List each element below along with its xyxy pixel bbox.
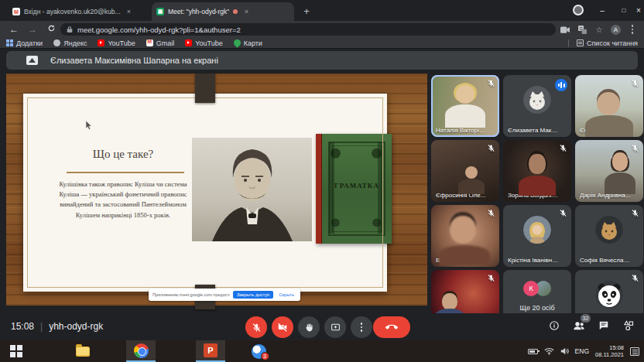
bookmark-youtube[interactable]: YouTube [98,39,135,47]
apps-grid-icon [6,39,13,46]
book-spine [316,134,322,244]
hide-share-bar-button[interactable]: Скрыть [276,291,296,299]
meeting-code: yhh-odyd-rgk [49,321,103,332]
present-screen-icon [26,56,38,65]
chat-button[interactable] [598,319,610,332]
window-close-button[interactable]: × [633,0,644,20]
messenger-taskbar-button[interactable]: 3 [244,340,273,362]
file-explorer-button[interactable] [71,340,94,362]
more-participants-label: Ще 20 осіб [503,304,571,312]
globe-icon [53,39,60,46]
reading-list-button[interactable]: Список читання [568,39,638,47]
bookmark-label: Карти [244,39,262,47]
tab-gmail[interactable]: M Вхідн - ayakovenko.uk20@kub... × [8,2,149,21]
bookmark-label: Gmail [156,39,175,47]
mic-muted-icon [631,209,639,217]
powerpoint-taskbar-button[interactable]: P [196,340,225,362]
profile-avatar[interactable]: A [611,25,621,35]
reload-button[interactable] [45,23,57,36]
clock[interactable]: 15:08 08.11.2021 [595,344,624,359]
tan-cat-avatar [595,216,623,244]
shared-screen: Що це таке? Кулішівка також правопис Кул… [6,73,427,306]
window-maximize-button[interactable]: □ [615,0,633,20]
bookmark-yandex[interactable]: Яндекс [53,39,87,47]
participant-name: Євгенія Валерії... [580,127,631,134]
window-minimize-button[interactable]: – [593,0,611,20]
participant-name: Крістіна Іванівна ... [508,257,559,264]
hramatka-book-cover: ГРАМАТКА [316,134,392,244]
forward-button[interactable]: → [26,23,39,36]
participant-tile[interactable]: Влада Романівн... [431,205,499,267]
participant-tile[interactable]: Дарія Андріївна... [575,140,643,202]
raise-hand-button[interactable] [298,316,320,338]
browser-menu-icon[interactable] [627,24,638,35]
media-indicator-dot [233,9,238,14]
wifi-icon[interactable] [544,347,554,355]
participant-tile[interactable]: Єфросинія Оле... [431,140,499,202]
volume-icon[interactable] [560,347,569,355]
tab-meet[interactable]: ▣ Meet: "yhh-odyd-rgk" × [152,2,294,21]
windows-taskbar: P 3 ENG 15:08 08.11.2021 [0,340,644,362]
avatar [595,216,623,244]
notification-badge: 3 [261,352,269,360]
participant-tile[interactable]: Єлизавета Макси... [503,75,571,137]
translate-icon[interactable]: G [577,24,587,35]
end-call-button[interactable] [373,316,410,338]
action-center-icon[interactable] [630,347,639,356]
powerpoint-icon: P [204,343,218,357]
mic-muted-icon [487,274,495,282]
record-indicator-icon[interactable] [573,5,584,15]
tab-close-icon[interactable]: × [242,7,251,16]
tab-close-icon[interactable]: × [125,7,134,16]
start-button[interactable] [5,340,28,362]
browser-app-icon: 3 [252,344,266,359]
bookmark-apps[interactable]: Додатки [6,39,43,47]
bookmark-label: YouTube [195,39,222,47]
bookmarks-bar: Додатки Яндекс YouTube Gmail YouTube Кар… [0,38,644,49]
more-options-button[interactable] [351,316,372,338]
more-participants-tile[interactable]: К Ще 20 осіб [503,270,571,313]
screen-share-notification: Приложению meet.google.com предоставлен … [149,289,300,301]
camera-toggle-button[interactable] [272,316,293,338]
participant-tile[interactable]: Софія Вячеславів... [575,205,643,267]
participant-tile[interactable]: Зоряна Богданів... [503,140,571,202]
mini-avatars: К [523,281,551,296]
bookmark-youtube-2[interactable]: YouTube [185,39,222,47]
participants-button[interactable]: 32 [573,319,585,332]
camera-in-use-icon[interactable] [560,24,570,35]
lock-icon [67,26,73,33]
participant-tile[interactable]: Катерина Андрі... [431,270,499,313]
participant-tile[interactable]: Наталія Вікторів... [431,75,499,137]
slide-body-text: Кулішівка також правопис Куліша чи систе… [53,179,194,220]
bookmark-gmail[interactable]: Gmail [146,39,175,47]
participant-tile[interactable]: Євгенія Валерії... [575,75,643,137]
bookmark-star-icon[interactable]: ☆ [594,24,605,35]
avatar [523,86,551,114]
bookmark-label: YouTube [108,39,135,47]
youtube-icon [98,39,104,46]
new-tab-button[interactable]: + [300,5,313,18]
mic-toggle-button[interactable] [245,316,267,338]
mic-muted-icon [487,209,495,217]
present-screen-button[interactable] [324,316,346,338]
language-indicator[interactable]: ENG [575,347,589,355]
presenting-banner-text: Єлизавета Максимівна Шапарна на екрані [50,56,218,65]
participant-name: Дарія Андріївна... [580,192,631,199]
stop-sharing-button[interactable]: Закрыть доступ [233,291,273,299]
meeting-details-button[interactable] [548,319,560,332]
participants-count-badge: 32 [581,314,591,323]
blonde-woman-avatar [523,216,551,244]
bookmark-maps[interactable]: Карти [234,39,262,47]
chrome-taskbar-button[interactable] [126,340,156,362]
self-tile[interactable]: Ви [575,270,643,313]
activities-button[interactable] [622,319,635,332]
participant-tile[interactable]: Крістіна Іванівна ... [503,205,571,267]
back-button[interactable]: ← [8,23,20,36]
participant-name: Єфросинія Оле... [436,192,487,199]
battery-icon[interactable] [528,349,538,354]
url-bar[interactable]: meet.google.com/yhh-odyd-rgk?pli=1&authu… [60,23,556,36]
presentation-slide: Що це таке? Кулішівка також правопис Кул… [23,94,387,292]
mic-muted-icon [559,144,567,152]
participant-name: Єлизавета Макси... [508,127,559,134]
system-tray: ENG 15:08 08.11.2021 [528,340,644,362]
